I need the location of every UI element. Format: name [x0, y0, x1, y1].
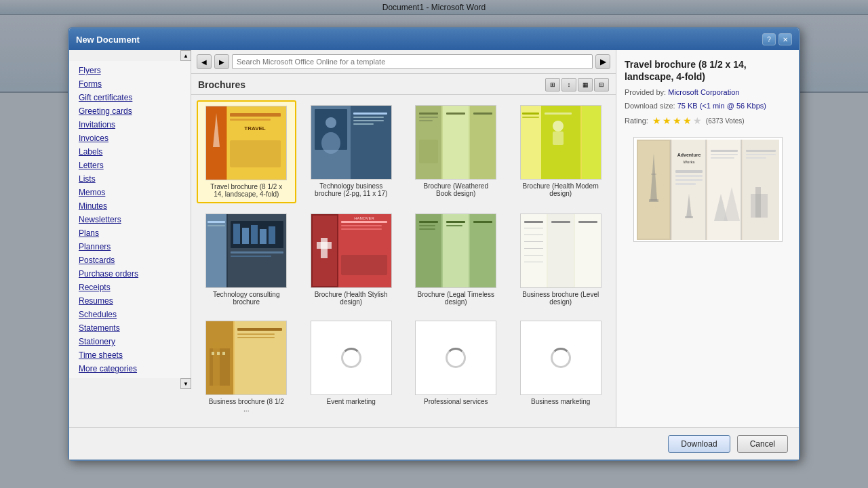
view-btn-4[interactable]: ⊟: [594, 78, 609, 92]
svg-rect-105: [675, 183, 696, 185]
template-name-travel-brochure: Travel brochure (8 1/2 x 14, landscape, …: [205, 183, 287, 198]
svg-rect-77: [524, 255, 543, 256]
template-name-legal-timeless-brochure: Brochure (Legal Timeless design): [415, 291, 496, 306]
cancel-button[interactable]: Cancel: [737, 435, 788, 453]
sidebar-item-memos[interactable]: Memos: [69, 186, 191, 199]
sidebar-item-receipts[interactable]: Receipts: [69, 281, 191, 294]
sidebar-scroll-down[interactable]: ▼: [180, 378, 191, 389]
star-4: ★: [683, 115, 692, 126]
template-thumb-legal-timeless-brochure: [415, 214, 496, 288]
svg-rect-20: [470, 106, 496, 179]
template-thumb-professional-services: [415, 321, 496, 395]
templates-grid: TRAVEL Travel brochure (8 1/2 x 14, land…: [197, 100, 610, 418]
sidebar-item-newsletters[interactable]: Newsletters: [69, 213, 191, 226]
svg-rect-42: [251, 225, 258, 244]
svg-rect-81: [578, 221, 597, 223]
sidebar-item-lists[interactable]: Lists: [69, 172, 191, 186]
template-item-health-modern-brochure[interactable]: Brochure (Health Modern design): [511, 100, 611, 203]
dialog-titlebar: New Document ? ✕: [69, 28, 799, 50]
svg-rect-75: [524, 241, 543, 242]
template-name-biz-level-brochure: Business brochure (Level design): [520, 291, 601, 306]
svg-rect-57: [341, 228, 382, 230]
template-item-professional-services[interactable]: Professional services: [406, 316, 506, 418]
sidebar-item-labels[interactable]: Labels: [69, 145, 191, 159]
svg-rect-104: [675, 179, 703, 181]
svg-rect-92: [237, 337, 275, 338]
view-btn-1[interactable]: ⊞: [545, 78, 560, 92]
loading-spinner: [551, 348, 571, 368]
forward-button[interactable]: ▶: [214, 54, 229, 69]
sidebar-item-statements[interactable]: Statements: [69, 321, 191, 335]
view-btn-3[interactable]: ▦: [578, 78, 593, 92]
sidebar-item-postcards[interactable]: Postcards: [69, 253, 191, 267]
svg-point-12: [321, 132, 340, 154]
template-name-tech-biz-brochure: Technology business brochure (2-pg, 11 x…: [311, 182, 392, 197]
svg-text:Adventure: Adventure: [677, 152, 701, 157]
sidebar-item-minutes[interactable]: Minutes: [69, 199, 191, 213]
template-item-legal-timeless-brochure[interactable]: Brochure (Legal Timeless design): [406, 209, 506, 310]
template-name-health-modern-brochure: Brochure (Health Modern design): [520, 182, 601, 197]
svg-rect-48: [208, 225, 225, 226]
sidebar-item-planners[interactable]: Planners: [69, 240, 191, 253]
template-item-tech-biz-brochure[interactable]: Technology business brochure (2-pg, 11 x…: [302, 100, 401, 203]
sidebar-scroll-up[interactable]: ▲: [180, 50, 191, 61]
sidebar-item-invoices[interactable]: Invoices: [69, 131, 191, 145]
template-item-biz-half-brochure[interactable]: Business brochure (8 1/2 ...: [197, 316, 296, 418]
loading-spinner: [446, 348, 466, 368]
star-2: ★: [663, 115, 671, 126]
svg-text:HANOVER: HANOVER: [354, 216, 374, 220]
download-size-value: 75 KB (<1 min @ 56 Kbps): [677, 102, 766, 110]
thumb-svg-biz-half-brochure: [206, 321, 286, 394]
rating-label: Rating:: [625, 117, 648, 125]
template-item-business-marketing[interactable]: Business marketing: [511, 316, 611, 418]
template-item-biz-level-brochure[interactable]: Business brochure (Level design): [511, 209, 611, 310]
sidebar: FlyersFormsGift certificatesGreeting car…: [69, 61, 191, 378]
sidebar-item-invitations[interactable]: Invitations: [69, 118, 191, 131]
template-thumb-event-marketing: [311, 321, 392, 395]
svg-rect-13: [353, 113, 387, 115]
svg-rect-56: [341, 225, 382, 226]
template-name-tech-consult-brochure: Technology consulting brochure: [205, 291, 287, 306]
svg-rect-30: [582, 106, 601, 179]
sidebar-item-greeting-cards[interactable]: Greeting cards: [69, 104, 191, 118]
sidebar-item-more-categories[interactable]: More categories: [69, 362, 191, 375]
template-item-weathered-brochure[interactable]: Brochure (Weathered Book design): [406, 100, 506, 203]
sidebar-item-gift-certificates[interactable]: Gift certificates: [69, 91, 191, 104]
template-name-health-stylish-brochure: Brochure (Health Stylish design): [311, 291, 392, 306]
sidebar-item-purchase-orders[interactable]: Purchase orders: [69, 267, 191, 281]
template-item-tech-consult-brochure[interactable]: Technology consulting brochure: [197, 209, 296, 310]
template-item-travel-brochure[interactable]: TRAVEL Travel brochure (8 1/2 x 14, land…: [197, 100, 296, 203]
svg-rect-67: [446, 225, 462, 226]
sidebar-item-flyers[interactable]: Flyers: [69, 64, 191, 77]
dialog-title-buttons: ? ✕: [762, 33, 792, 45]
svg-rect-44: [269, 226, 275, 244]
sidebar-item-plans[interactable]: Plans: [69, 226, 191, 240]
sidebar-item-time-sheets[interactable]: Time sheets: [69, 348, 191, 362]
view-btn-2[interactable]: ↕: [561, 78, 576, 92]
sidebar-item-forms[interactable]: Forms: [69, 77, 191, 91]
template-thumb-travel-brochure: TRAVEL: [205, 106, 287, 180]
template-thumb-biz-half-brochure: [205, 321, 287, 395]
dialog-help-button[interactable]: ?: [762, 33, 776, 45]
template-item-health-stylish-brochure[interactable]: HANOVER Brochure (Health Stylish design): [302, 209, 401, 310]
download-size: Download size: 75 KB (<1 min @ 56 Kbps): [625, 102, 791, 110]
dialog-footer: Download Cancel: [69, 427, 799, 460]
search-input[interactable]: [232, 54, 593, 69]
back-button[interactable]: ◀: [197, 54, 212, 69]
search-go-button[interactable]: ▶: [595, 54, 610, 69]
download-size-label: Download size:: [625, 102, 675, 110]
dialog-body: ▲ FlyersFormsGift certificatesGreeting c…: [69, 50, 799, 427]
sidebar-item-stationery[interactable]: Stationery: [69, 335, 191, 348]
svg-rect-70: [521, 214, 547, 287]
sidebar-item-letters[interactable]: Letters: [69, 159, 191, 172]
sidebar-item-resumes[interactable]: Resumes: [69, 294, 191, 308]
thumb-svg-health-modern-brochure: [521, 106, 601, 179]
svg-rect-4: [230, 113, 281, 117]
sidebar-item-schedules[interactable]: Schedules: [69, 308, 191, 321]
svg-rect-97: [649, 199, 658, 202]
template-name-professional-services: Professional services: [424, 398, 488, 405]
thumb-svg-tech-consult-brochure: [206, 214, 286, 287]
dialog-close-button[interactable]: ✕: [778, 33, 792, 45]
template-item-event-marketing[interactable]: Event marketing: [302, 316, 401, 418]
download-button[interactable]: Download: [668, 435, 730, 453]
